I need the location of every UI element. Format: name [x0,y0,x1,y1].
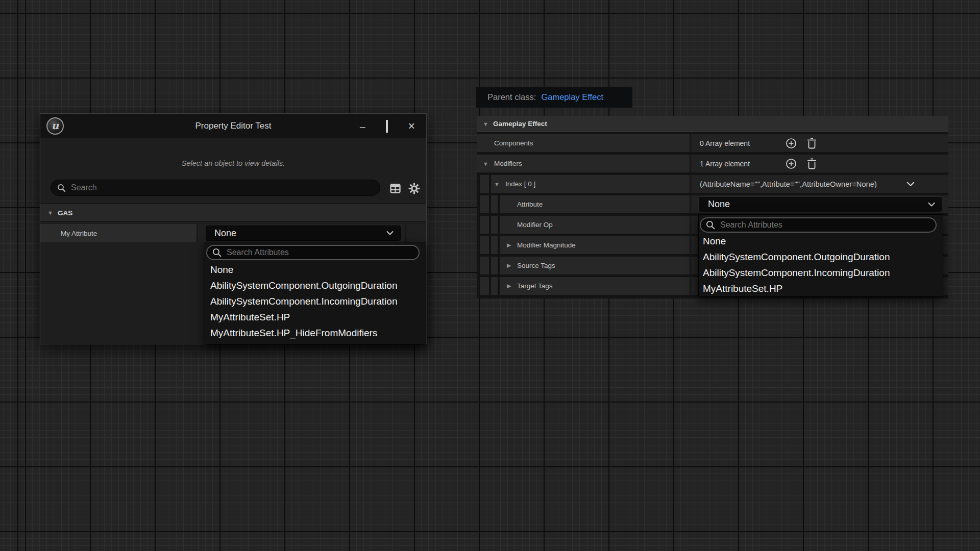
attribute-picker-dropdown: None AbilitySystemComponent.OutgoingDura… [205,242,426,344]
dropdown-item[interactable]: None [703,233,890,249]
expand-triangle-icon[interactable]: ▶ [507,283,514,289]
add-array-element-button[interactable] [786,158,797,169]
property-name: Modifier Magnitude [517,241,576,249]
maximize-icon [386,120,388,133]
chevron-down-icon[interactable] [906,182,915,187]
close-button[interactable]: × [408,120,415,132]
minimize-button[interactable]: – [360,121,365,131]
reset-column [406,224,426,242]
search-icon [57,184,66,192]
property-row-my-attribute: My Attribute None [40,224,426,242]
combo-value: None [708,199,730,210]
dropdown-item[interactable]: AbilitySystemComponent.IncomingDuration [703,265,890,281]
category-label: Gameplay Effect [493,120,547,128]
view-options-button[interactable] [389,182,401,194]
window-titlebar[interactable]: u Property Editor Test – × [40,114,426,138]
property-name: My Attribute [40,224,197,242]
property-name: Target Tags [517,282,553,290]
category-header-gas[interactable]: ▼ GAS [40,204,426,222]
search-icon [212,248,222,257]
category-label: GAS [58,209,72,217]
dropdown-item[interactable]: AbilitySystemComponent.IncomingDuration [210,293,397,309]
category-header-gameplay-effect[interactable]: ▼ Gameplay Effect [477,116,948,132]
dropdown-search-box[interactable] [700,217,937,233]
collapse-triangle-icon[interactable]: ▼ [47,210,56,216]
dropdown-item[interactable]: MyAttributeSet.HP_HideFromModifiers [210,325,397,341]
struct-preview: (AttributeName="",Attribute="",Attribute… [700,180,877,188]
property-name: Source Tags [517,262,555,269]
array-summary: 1 Array element [700,160,786,168]
table-view-icon [390,184,401,193]
collapse-triangle-icon[interactable]: ▼ [483,161,491,167]
parent-class-label: Parent class: [487,92,536,102]
property-row-index-0: ▼ Index [ 0 ] (AttributeName="",Attribut… [477,175,948,193]
property-name: Modifiers [494,160,522,167]
expand-triangle-icon[interactable]: ▶ [507,242,514,248]
clear-array-button[interactable] [807,138,817,149]
graph-grid-background: u Property Editor Test – × Select an obj… [0,0,980,551]
attribute-search-input[interactable] [715,220,930,230]
gear-icon [408,183,420,194]
dropdown-item[interactable]: MyAttributeSet.HP [210,309,397,325]
array-summary: 0 Array element [700,139,786,147]
trash-icon [807,158,817,169]
trash-icon [807,138,817,149]
attribute-search-input[interactable] [222,248,413,257]
property-row-components: ▶ Components 0 Array element [477,134,948,152]
parent-class-bar: Parent class: Gameplay Effect [476,87,632,108]
clear-array-button[interactable] [807,158,817,169]
dropdown-search-box[interactable] [206,245,420,260]
property-editor-window: u Property Editor Test – × Select an obj… [40,113,427,344]
property-name: Modifier Op [517,221,553,229]
property-name: Index [ 0 ] [505,180,535,188]
parent-class-link[interactable]: Gameplay Effect [541,92,603,102]
maximize-button[interactable] [386,121,388,131]
property-row-attribute: Attribute None [477,195,948,213]
combo-value: None [214,228,236,239]
dropdown-item[interactable]: AbilitySystemComponent.OutgoingDuration [210,278,397,293]
expand-triangle-icon[interactable]: ▶ [507,262,514,269]
property-name: Components [494,139,533,147]
dropdown-item[interactable]: AbilitySystemComponent.OutgoingDuration [703,249,890,265]
collapse-triangle-icon[interactable]: ▼ [483,121,491,127]
chevron-down-icon [928,202,935,207]
search-input[interactable] [66,183,374,192]
property-row-modifiers: ▼ Modifiers 1 Array element [477,155,948,172]
empty-selection-hint: Select an object to view details. [40,159,426,167]
my-attribute-combo[interactable]: None [206,226,401,241]
chevron-down-icon [386,231,394,236]
add-array-element-button[interactable] [786,138,797,149]
dropdown-item[interactable]: MyAttributeSet.HP [703,281,890,296]
attribute-combo[interactable]: None [698,196,942,212]
property-name: Attribute [517,201,543,208]
settings-button[interactable] [408,182,420,194]
details-search-box[interactable] [51,180,380,196]
attribute-picker-dropdown: None AbilitySystemComponent.OutgoingDura… [698,214,943,296]
collapse-triangle-icon[interactable]: ▼ [494,181,502,187]
search-icon [706,220,715,230]
dropdown-item[interactable]: None [210,262,397,278]
